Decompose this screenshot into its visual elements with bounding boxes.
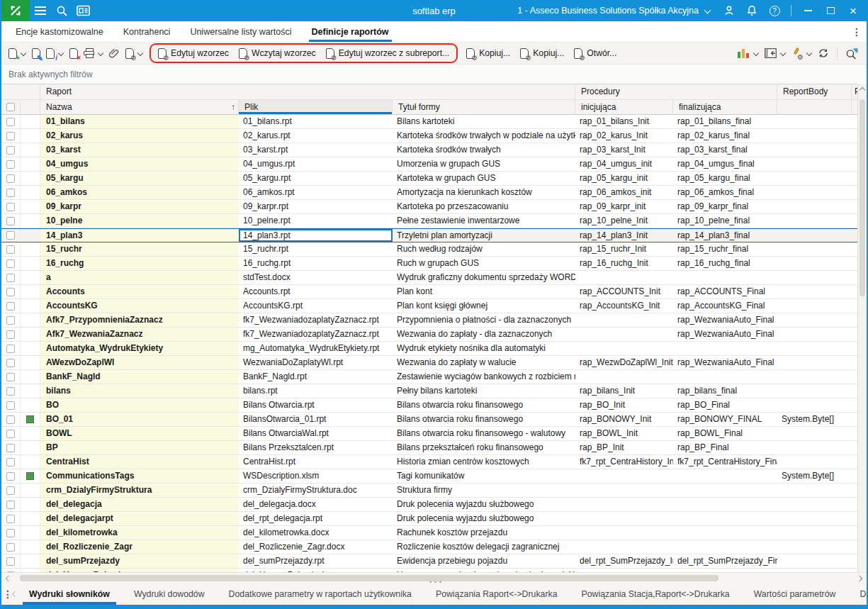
horizontal-scrollbar-thumb[interactable] (20, 575, 718, 581)
row-checkbox[interactable] (6, 373, 15, 381)
cell-reportbody[interactable] (777, 172, 852, 185)
cell-nazwa[interactable]: 14_plan3 (40, 229, 239, 242)
refresh-button[interactable] (815, 46, 832, 60)
row-checkbox[interactable] (6, 302, 15, 311)
cell-finalizujaca[interactable]: rap_WezwaniaAuto_Final (673, 328, 777, 341)
row-checkbox[interactable] (6, 387, 15, 396)
cell-finalizujaca[interactable]: rap_BO_Final (673, 398, 777, 412)
cell-finalizujaca[interactable]: rap_10_pelne_final (673, 214, 777, 228)
table-row-AccountsKG[interactable]: AccountsKGAccountsKG.rptPlan kont księgi… (1, 299, 867, 313)
cell-finalizujaca[interactable] (673, 512, 777, 525)
row-checkbox[interactable] (6, 345, 15, 353)
cell-finalizujaca[interactable] (673, 469, 777, 483)
company-selector[interactable]: 1 - Asseco Business Solutions Spółka Akc… (510, 0, 717, 21)
cell-finalizujaca[interactable] (673, 370, 777, 384)
table-row-del_Rozliczenie_Zagr[interactable]: del_Rozliczenie_Zagrdel_Rozliczenie_Zagr… (1, 540, 867, 554)
cell-nazwa[interactable]: a (40, 271, 239, 284)
cell-inicjujaca[interactable]: rap_BONOWY_Init (575, 413, 673, 426)
cell-reportbody[interactable] (777, 540, 852, 554)
cell-nazwa[interactable]: AWezwDoZaplWl (40, 356, 239, 369)
cell-reportbody[interactable]: System.Byte[] (777, 469, 852, 483)
minimize-button[interactable] (797, 0, 818, 21)
cell-reportbody[interactable] (777, 356, 852, 369)
cell-nazwa[interactable]: del_Rozliczenie_Zagr (40, 540, 239, 554)
edit-record-button[interactable]: ✎ (29, 47, 43, 60)
cell-inicjujaca[interactable]: rap_09_karpr_init (575, 200, 673, 213)
cell-finalizujaca[interactable] (673, 526, 777, 540)
cell-tytul-formy[interactable]: Rachunek kosztów przejazdu (393, 526, 575, 540)
cell-finalizujaca[interactable]: fk7_rpt_CentraHistory_Final (673, 455, 777, 469)
table-row-02_karus[interactable]: 02_karus02_karus.rptKartoteka środków tr… (1, 129, 867, 143)
scroll-up-arrow[interactable] (859, 87, 865, 93)
cell-inicjujaca[interactable]: rap_AccountsKG_Init (575, 299, 673, 313)
table-row-06_amkos[interactable]: 06_amkos06_amkos.rptAmortyzacja na kieru… (1, 186, 867, 200)
row-checkbox[interactable] (6, 501, 15, 509)
cell-plik[interactable]: 06_amkos.rpt (239, 186, 393, 199)
column-header-nazwa[interactable]: Nazwa ↑ (40, 100, 239, 114)
cell-tytul-formy[interactable]: Wydruk graficzny dokumentu sprzedaży WOR… (393, 271, 575, 284)
action-button-1-kopiuj[interactable]: ⚙Kopiuj... (461, 47, 515, 60)
tab-definicje-raportów[interactable]: Definicje raportów (302, 21, 399, 42)
cell-finalizujaca[interactable] (673, 342, 777, 355)
cell-finalizujaca[interactable] (673, 540, 777, 554)
help-button[interactable]: ? (764, 0, 785, 21)
row-checkbox[interactable] (6, 160, 15, 169)
action-button-3-otwór[interactable]: ⚙Otwór... (569, 47, 621, 60)
cell-inicjujaca[interactable] (575, 328, 673, 341)
cell-reportbody[interactable] (777, 299, 852, 313)
cell-inicjujaca[interactable]: rap_BOWL_Init (575, 427, 673, 440)
cell-inicjujaca[interactable]: rap_10_pelne_Init (575, 214, 673, 228)
cell-nazwa[interactable]: 10_pelne (40, 214, 239, 228)
cell-finalizujaca[interactable]: rap_06_amkos_final (673, 186, 777, 199)
table-row-05_kargu[interactable]: 05_kargu05_kargu.rptKartoteka w grupach … (1, 172, 867, 186)
cell-finalizujaca[interactable]: rap_BOWL_Final (673, 427, 777, 440)
cell-tytul-formy[interactable]: Druk polecenia wyjazdu służbowego (393, 498, 575, 511)
cell-nazwa[interactable]: del_delegacjarpt (40, 512, 239, 525)
cell-tytul-formy[interactable]: Bilans otwarcia roku finansowego (393, 398, 575, 412)
table-row-BO_01[interactable]: BO_01BilansOtwarcia_01.rptBilans otwarci… (1, 413, 867, 427)
column-header-tytul-formy[interactable]: Tytuł formy (393, 100, 575, 114)
row-checkbox[interactable] (6, 203, 15, 211)
cell-plik[interactable]: mg_Automatyka_WydrukEtykiety.rpt (239, 342, 393, 355)
cell-tytul-formy[interactable]: Pełny bilans kartoteki (393, 384, 575, 398)
cell-finalizujaca[interactable]: rap_WezwaniaAuto_Final (673, 313, 777, 327)
cell-finalizujaca[interactable] (673, 484, 777, 497)
cell-inicjujaca[interactable]: rap_04_umgus_init (575, 157, 673, 171)
cell-plik[interactable]: 16_ruchg.rpt (239, 257, 393, 270)
close-button[interactable]: × (842, 0, 864, 21)
attachments-button[interactable] (106, 46, 123, 60)
cell-nazwa[interactable]: CentraHist (40, 455, 239, 469)
table-row-crm_DzialyFirmyStruktura[interactable]: crm_DzialyFirmyStrukturacrm_DzialyFirmyS… (1, 484, 867, 498)
cell-reportbody[interactable] (777, 229, 852, 242)
table-row-BankF_Nagld[interactable]: BankF_NagldBankF_Nagld.rptZestawienie wy… (1, 370, 867, 384)
cell-finalizujaca[interactable]: rap_AccountsKG_Final (673, 299, 777, 313)
table-row-10_pelne[interactable]: 10_pelne10_pelne.rptPełne zestawienie in… (1, 214, 867, 228)
add-record-button[interactable]: + (6, 47, 29, 60)
cell-reportbody[interactable] (777, 143, 852, 157)
cell-inicjujaca[interactable]: rap_14_plan3_Init (575, 229, 673, 242)
cell-plik[interactable]: 04_umgus.rpt (239, 157, 393, 171)
cell-tytul-formy[interactable]: Kartoteka środków trwałych (393, 143, 575, 157)
bottom-tab-powiązania-stacja-raport-drukarka[interactable]: Powiązania Stacja,Raport<->Drukarka (570, 583, 742, 605)
cell-reportbody[interactable] (777, 328, 852, 341)
tab-uniwersalne-listy-wartości[interactable]: Uniwersalne listy wartości (180, 21, 301, 42)
tab-kontrahenci[interactable]: Kontrahenci (113, 21, 181, 42)
cell-nazwa[interactable]: CommunicationsTags (40, 469, 239, 483)
delete-record-button[interactable]: × (67, 47, 81, 60)
cell-reportbody[interactable] (777, 512, 852, 525)
cell-inicjujaca[interactable] (575, 271, 673, 284)
cell-nazwa[interactable]: 02_karus (40, 129, 239, 143)
cell-finalizujaca[interactable]: rap_04_umgus_final (673, 157, 777, 171)
row-checkbox[interactable] (6, 359, 15, 367)
cell-nazwa[interactable]: AccountsKG (40, 299, 239, 313)
cell-plik[interactable]: 15_ruchr.rpt (239, 242, 393, 256)
cell-nazwa[interactable]: BP (40, 441, 239, 454)
cell-tytul-formy[interactable]: Rozliczenie kosztów delegacji zagraniczn… (393, 540, 575, 554)
cell-nazwa[interactable]: 09_karpr (40, 200, 239, 213)
cell-tytul-formy[interactable]: Plan kont księgi głównej (393, 299, 575, 313)
cell-reportbody[interactable] (777, 285, 852, 298)
row-checkbox[interactable] (6, 415, 15, 424)
cell-plik[interactable]: 09_karpr.rpt (239, 200, 393, 213)
cell-nazwa[interactable]: del_delegacja (40, 498, 239, 511)
cell-plik[interactable]: BilansOtwarcia_01.rpt (239, 413, 393, 426)
